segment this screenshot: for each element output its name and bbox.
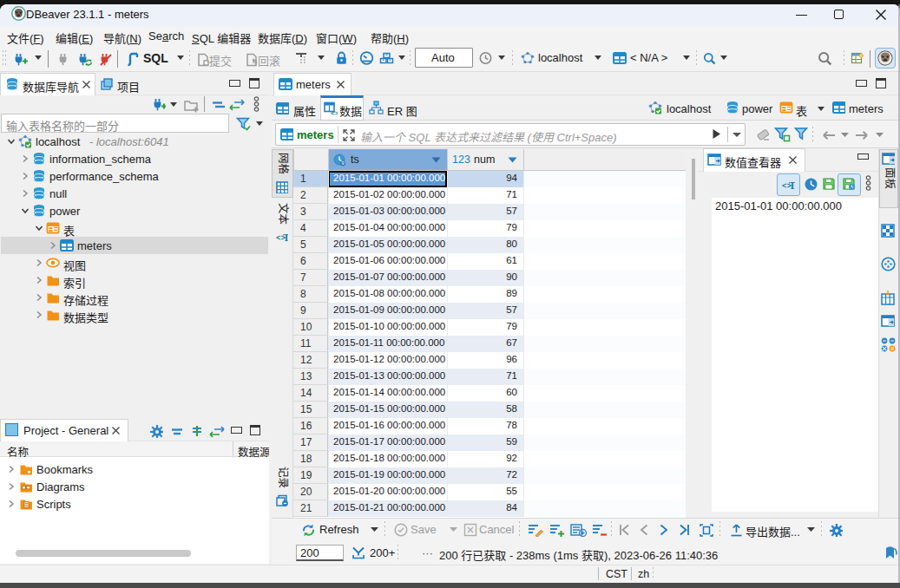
svg-text:<>: <> — [331, 109, 338, 116]
svg-text:T: T — [283, 232, 288, 243]
svg-text:9: 9 — [341, 160, 344, 166]
svg-text:T: T — [789, 180, 795, 192]
